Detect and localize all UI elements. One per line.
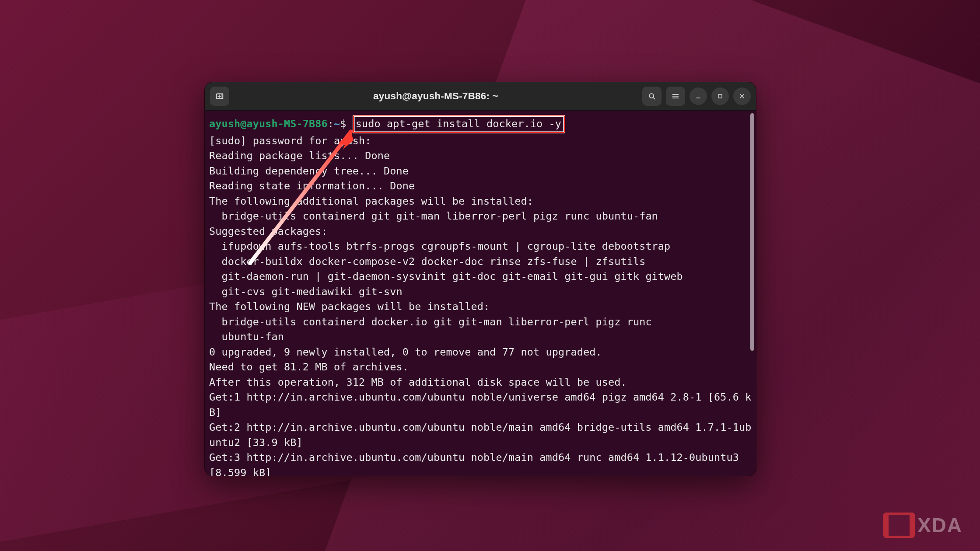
xda-watermark-text: XDA (917, 513, 962, 537)
output-line: 0 upgraded, 9 newly installed, 0 to remo… (209, 346, 602, 358)
search-button[interactable] (642, 87, 662, 106)
window-title: ayush@ayush-MS-7B86: ~ (234, 91, 638, 102)
output-line: The following additional packages will b… (209, 195, 533, 207)
scrollbar[interactable] (750, 113, 754, 473)
terminal-body[interactable]: ayush@ayush-MS-7B86:~$ sudo apt-get inst… (205, 111, 756, 476)
minimize-button[interactable] (690, 87, 707, 105)
output-line: The following NEW packages will be insta… (209, 300, 490, 313)
svg-point-1 (649, 94, 654, 98)
xda-watermark: XDA (883, 513, 962, 538)
output-line: Need to get 81.2 MB of archives. (209, 361, 409, 373)
xda-logo-icon (883, 513, 915, 538)
prompt-path: ~ (334, 118, 340, 130)
output-line: [sudo] password for ayush: (209, 135, 371, 147)
hamburger-menu-button[interactable] (666, 87, 685, 106)
close-button[interactable] (733, 87, 751, 105)
output-line: ifupdown aufs-tools btrfs-progs cgroupfs… (209, 240, 670, 252)
output-line: Suggested packages: (209, 225, 328, 237)
command-highlight-annotation: sudo apt-get install docker.io -y (353, 115, 565, 133)
window-titlebar[interactable]: ayush@ayush-MS-7B86: ~ (205, 82, 756, 111)
output-line: Get:3 http://in.archive.ubuntu.com/ubunt… (209, 451, 745, 476)
new-tab-button[interactable] (210, 87, 229, 106)
output-line: Building dependency tree... Done (209, 165, 409, 177)
entered-command: sudo apt-get install docker.io -y (356, 118, 561, 130)
output-line: bridge-utils containerd docker.io git gi… (209, 316, 652, 328)
prompt-user-host: ayush@ayush-MS-7B86 (209, 118, 328, 130)
svg-rect-2 (718, 94, 722, 98)
output-line: git-cvs git-mediawiki git-svn (209, 286, 402, 298)
maximize-button[interactable] (711, 87, 729, 105)
prompt-separator: : (328, 118, 334, 130)
output-line: After this operation, 312 MB of addition… (209, 376, 627, 388)
output-line: Reading state information... Done (209, 180, 415, 192)
output-line: bridge-utils containerd git git-man libe… (209, 210, 658, 222)
output-line: git-daemon-run | git-daemon-sysvinit git… (209, 270, 683, 282)
prompt-symbol: $ (340, 118, 346, 130)
output-line: Get:1 http://in.archive.ubuntu.com/ubunt… (209, 391, 752, 418)
terminal-window: ayush@ayush-MS-7B86: ~ (205, 82, 756, 476)
output-line: docker-buildx docker-compose-v2 docker-d… (209, 255, 645, 268)
output-line: ubuntu-fan (209, 331, 284, 343)
output-line: Get:2 http://in.archive.ubuntu.com/ubunt… (209, 421, 752, 449)
scrollbar-thumb[interactable] (750, 113, 754, 351)
output-line: Reading package lists... Done (209, 150, 390, 162)
